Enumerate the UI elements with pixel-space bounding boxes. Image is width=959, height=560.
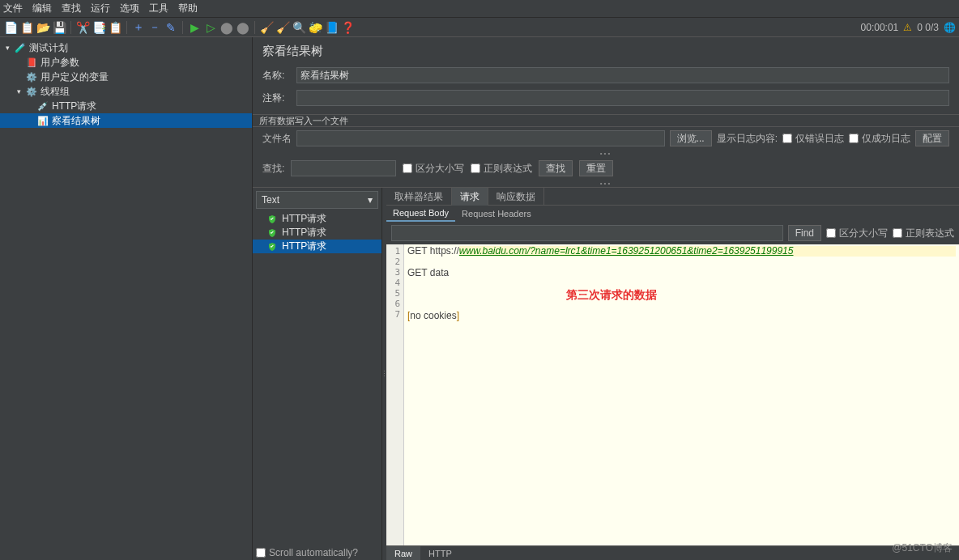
menu-options[interactable]: 选项 <box>120 2 139 15</box>
copy-icon[interactable]: 📑 <box>92 20 106 35</box>
help-icon[interactable]: ❓ <box>340 20 355 35</box>
result-label: HTTP请求 <box>282 226 326 240</box>
menu-help[interactable]: 帮助 <box>178 2 198 15</box>
tree-search-input[interactable] <box>291 160 396 176</box>
find-button[interactable]: Find <box>788 225 821 241</box>
tree-view-results[interactable]: 📊 察看结果树 <box>0 113 252 128</box>
paste-icon[interactable]: 📋 <box>108 20 122 35</box>
tree-label: 用户定义的变量 <box>40 70 109 84</box>
tab-request[interactable]: 请求 <box>452 188 488 206</box>
details-panel: 取样器结果 请求 响应数据 Request Body Request Heade… <box>386 188 959 560</box>
timer-label: 00:00:01 <box>861 22 899 33</box>
shutdown-icon[interactable]: ⬤ <box>236 20 250 35</box>
splitter-grip[interactable]: ••• <box>253 180 959 187</box>
tree-label: 测试计划 <box>29 41 68 55</box>
code-area[interactable]: 1234567 GET https://www.baidu.com/?name=… <box>386 244 959 545</box>
toolbar: 📄 📋 📂 💾 ✂️ 📑 📋 ＋ － ✎ ▶ ▷ ⬤ ⬤ 🧹 🧹 🔍 🧽 📘 ❓… <box>0 18 959 37</box>
collapse-icon[interactable]: － <box>147 20 162 35</box>
show-log-label: 显示日志内容: <box>717 132 778 146</box>
tree-toggle-icon[interactable]: ▾ <box>3 44 11 52</box>
menu-search[interactable]: 查找 <box>62 2 81 15</box>
case-check[interactable]: 区分大小写 <box>403 162 464 176</box>
configure-button[interactable]: 配置 <box>915 130 949 146</box>
section-write-file: 所有数据写入一个文件 <box>253 114 959 127</box>
open-icon[interactable]: 📂 <box>36 20 50 35</box>
line-gutter: 1234567 <box>386 244 404 545</box>
menu-tools[interactable]: 工具 <box>149 2 168 15</box>
clear-all-icon[interactable]: 🧹 <box>275 20 290 35</box>
start-icon[interactable]: ▶ <box>187 20 202 35</box>
scroll-auto-check[interactable]: Scroll automatically? <box>256 547 358 558</box>
search-tree-icon[interactable]: 🔍 <box>292 20 306 35</box>
content-panel: 察看结果树 名称: 注释: 所有数据写入一个文件 文件名 浏览... 显示日志内… <box>253 37 959 560</box>
menu-run[interactable]: 运行 <box>91 2 110 15</box>
code-content[interactable]: GET https://www.baidu.com/?name=lrc1&tim… <box>404 244 959 545</box>
reset-button[interactable]: 重置 <box>579 160 613 176</box>
cut-icon[interactable]: ✂️ <box>75 20 90 35</box>
templates-icon[interactable]: 📋 <box>19 20 34 35</box>
comment-input[interactable] <box>296 90 949 106</box>
annotation-text: 第三次请求的数据 <box>566 290 657 300</box>
success-only-check[interactable]: 仅成功日志 <box>849 132 910 146</box>
func-helper-icon[interactable]: 📘 <box>324 20 339 35</box>
find-regex-check[interactable]: 正则表达式 <box>893 227 954 240</box>
vars-icon: ⚙️ <box>26 71 37 83</box>
search-label: 查找: <box>262 162 284 176</box>
filename-input[interactable] <box>296 130 665 146</box>
tree-toggle-icon[interactable]: ▾ <box>15 87 23 95</box>
tree-label: HTTP请求 <box>52 100 96 113</box>
subtab-request-headers[interactable]: Request Headers <box>455 206 538 222</box>
new-icon[interactable]: 📄 <box>3 20 18 35</box>
tree-thread-group[interactable]: ▾ ⚙️ 线程组 <box>0 84 252 99</box>
watermark: @51CTO博客 <box>892 541 953 555</box>
warning-icon[interactable]: ⚠ <box>903 22 912 33</box>
errors-only-check[interactable]: 仅错误日志 <box>782 132 844 146</box>
result-label: HTTP请求 <box>282 212 326 226</box>
find-input[interactable] <box>391 225 783 241</box>
stop-icon[interactable]: ⬤ <box>220 20 234 35</box>
reset-search-icon[interactable]: 🧽 <box>308 20 322 35</box>
tab-sampler-result[interactable]: 取样器结果 <box>386 188 452 206</box>
regex-check[interactable]: 正则表达式 <box>471 162 532 176</box>
tree-user-params[interactable]: 📕 用户参数 <box>0 55 252 70</box>
search-button[interactable]: 查找 <box>539 160 573 176</box>
menu-edit[interactable]: 编辑 <box>32 2 52 15</box>
result-item[interactable]: HTTP请求 <box>253 240 381 253</box>
tree-label: 察看结果树 <box>52 114 100 128</box>
tree-user-vars[interactable]: ⚙️ 用户定义的变量 <box>0 70 252 84</box>
threads-label: 0 0/3 <box>917 22 939 33</box>
test-plan-tree: ▾ 🧪 测试计划 📕 用户参数 ⚙️ 用户定义的变量 ▾ ⚙️ 线程组 💉 HT… <box>0 37 253 560</box>
flask-icon: 🧪 <box>15 42 26 53</box>
tree-http-request[interactable]: 💉 HTTP请求 <box>0 99 252 113</box>
render-select[interactable]: Text ▾ <box>256 191 378 209</box>
filename-label: 文件名 <box>262 132 292 146</box>
tab-response[interactable]: 响应数据 <box>488 188 544 206</box>
result-item[interactable]: HTTP请求 <box>253 212 381 226</box>
globe-icon[interactable]: 🌐 <box>944 22 956 33</box>
success-shield-icon <box>267 242 277 252</box>
tree-test-plan[interactable]: ▾ 🧪 测试计划 <box>0 40 252 55</box>
splitter-grip[interactable]: ••• <box>253 150 959 157</box>
footer-tab-http[interactable]: HTTP <box>420 546 460 560</box>
name-input[interactable] <box>296 67 949 83</box>
browse-button[interactable]: 浏览... <box>670 130 712 146</box>
pipette-icon: 💉 <box>37 100 49 112</box>
subtab-request-body[interactable]: Request Body <box>386 206 455 222</box>
success-shield-icon <box>267 228 277 238</box>
menu-file[interactable]: 文件 <box>3 2 23 15</box>
chevron-down-icon: ▾ <box>368 194 373 206</box>
find-case-check[interactable]: 区分大小写 <box>826 227 888 240</box>
start-no-pause-icon[interactable]: ▷ <box>203 20 218 35</box>
results-tree-panel: Text ▾ HTTP请求 HTTP请求 HTTP请求 Scroll autom… <box>253 188 382 560</box>
save-icon[interactable]: 💾 <box>52 20 66 35</box>
clear-icon[interactable]: 🧹 <box>259 20 274 35</box>
result-item[interactable]: HTTP请求 <box>253 226 381 240</box>
menu-bar: 文件 编辑 查找 运行 选项 工具 帮助 <box>0 0 959 18</box>
toggle-icon[interactable]: ✎ <box>164 20 178 35</box>
expand-icon[interactable]: ＋ <box>131 20 146 35</box>
success-shield-icon <box>267 214 277 224</box>
footer-tab-raw[interactable]: Raw <box>386 546 420 560</box>
result-label: HTTP请求 <box>282 240 326 253</box>
tree-label: 线程组 <box>40 85 70 99</box>
comment-label: 注释: <box>262 91 292 105</box>
